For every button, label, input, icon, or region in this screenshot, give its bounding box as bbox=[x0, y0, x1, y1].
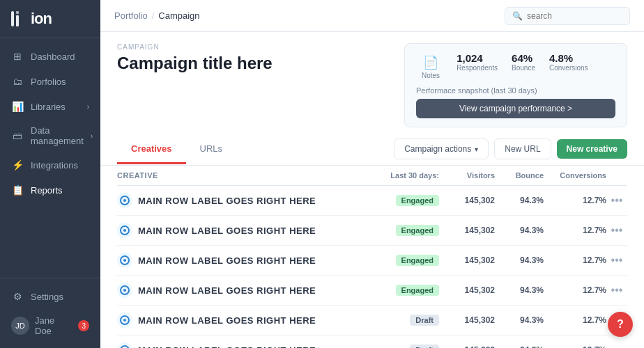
creative-icon-dot bbox=[123, 229, 126, 232]
search-icon: 🔍 bbox=[512, 11, 523, 21]
row-visitors: 145,302 bbox=[439, 196, 495, 205]
column-header-conversions: Conversions bbox=[544, 171, 606, 180]
sidebar-item-label: Porfolios bbox=[31, 77, 66, 87]
status-badge: Engaged bbox=[396, 285, 439, 296]
performance-snapshot-label: Performace snapshot (last 30 days) bbox=[416, 86, 615, 95]
status-badge: Engaged bbox=[396, 225, 439, 236]
creative-icon bbox=[117, 193, 132, 208]
sidebar-item-portfolios[interactable]: 🗂 Porfolios bbox=[0, 69, 100, 94]
row-actions-menu[interactable]: ••• bbox=[606, 224, 627, 237]
row-creative-2[interactable]: Main row label goes right here bbox=[117, 253, 355, 268]
table-header: Creative Last 30 days: Visitors Bounce C… bbox=[117, 166, 627, 186]
row-creative-3[interactable]: Main row label goes right here bbox=[117, 283, 355, 298]
campaign-title: Campaign title here bbox=[117, 54, 273, 73]
search-input[interactable] bbox=[527, 11, 622, 21]
creative-icon-inner bbox=[120, 345, 130, 348]
campaign-stats-panel: 📄 Notes 1,024 Respondents 64% Bounce bbox=[404, 43, 627, 127]
sidebar-item-dashboard[interactable]: ⊞ Dashboard bbox=[0, 44, 100, 69]
creative-icon bbox=[117, 283, 132, 298]
stat-bounce: 64% Bounce bbox=[512, 52, 535, 72]
stat-respondents-value: 1,024 bbox=[457, 52, 498, 64]
tabs-left: Creatives URLs bbox=[117, 135, 236, 164]
row-actions-menu[interactable]: ••• bbox=[606, 284, 627, 296]
user-name: Jane Doe bbox=[35, 315, 72, 336]
status-badge: Engaged bbox=[396, 255, 439, 266]
svg-rect-1 bbox=[16, 11, 19, 14]
row-actions-menu[interactable]: ••• bbox=[606, 254, 627, 267]
svg-rect-0 bbox=[11, 11, 14, 26]
integrations-icon: ⚡ bbox=[11, 159, 24, 171]
sidebar-item-data-management[interactable]: 🗃 Data management › bbox=[0, 119, 100, 152]
notes-button[interactable]: 📄 Notes bbox=[416, 52, 445, 82]
row-actions-menu[interactable]: ••• bbox=[606, 344, 627, 348]
stat-conversions-label: Conversions bbox=[549, 64, 588, 72]
row-label: Main row label goes right here bbox=[138, 196, 316, 206]
new-creative-button[interactable]: New creative bbox=[557, 139, 627, 159]
table-row: Main row label goes right here Draft 145… bbox=[117, 335, 627, 348]
creative-icon-inner bbox=[120, 285, 130, 295]
row-label: Main row label goes right here bbox=[138, 255, 316, 266]
main-area: Portfolio / Campaign 🔍 CAMPAIGN Campaign… bbox=[100, 0, 644, 348]
table-row: Main row label goes right here Engaged 1… bbox=[117, 186, 627, 216]
help-button[interactable]: ? bbox=[608, 312, 633, 337]
creative-icon-dot bbox=[123, 319, 126, 322]
creative-icon bbox=[117, 313, 132, 328]
sidebar-item-integrations[interactable]: ⚡ Integrations bbox=[0, 152, 100, 177]
column-header-last30: Last 30 days: bbox=[355, 171, 439, 180]
row-label: Main row label goes right here bbox=[138, 345, 316, 349]
campaign-label: CAMPAIGN bbox=[117, 43, 273, 51]
row-visitors: 145,302 bbox=[439, 315, 495, 325]
table-row: Main row label goes right here Engaged 1… bbox=[117, 276, 627, 306]
breadcrumb-separator: / bbox=[152, 10, 155, 21]
table-rows: Main row label goes right here Engaged 1… bbox=[117, 186, 627, 348]
avatar: JD bbox=[11, 317, 29, 335]
data-management-icon: 🗃 bbox=[11, 129, 24, 142]
creative-icon bbox=[117, 342, 132, 348]
row-actions-menu[interactable]: ••• bbox=[606, 194, 627, 207]
libraries-icon: 📊 bbox=[11, 100, 24, 113]
sidebar: ion ⊞ Dashboard 🗂 Porfolios 📊 Libraries … bbox=[0, 0, 100, 348]
row-label: Main row label goes right here bbox=[138, 226, 316, 236]
row-creative-0[interactable]: Main row label goes right here bbox=[117, 193, 355, 208]
sidebar-item-settings[interactable]: ⚙ Settings bbox=[0, 284, 100, 309]
dashboard-icon: ⊞ bbox=[11, 50, 24, 63]
stat-bounce-value: 64% bbox=[512, 52, 535, 64]
row-visitors: 145,302 bbox=[439, 226, 495, 235]
stat-respondents: 1,024 Respondents bbox=[457, 52, 498, 72]
view-campaign-performance-button[interactable]: View campaign performance > bbox=[416, 99, 615, 118]
campaign-actions-button[interactable]: Campaign actions ▾ bbox=[394, 139, 489, 159]
row-bounce: 94.3% bbox=[495, 196, 544, 205]
row-creative-5[interactable]: Main row label goes right here bbox=[117, 342, 355, 348]
sidebar-item-libraries[interactable]: 📊 Libraries › bbox=[0, 94, 100, 119]
portfolios-icon: 🗂 bbox=[11, 75, 24, 88]
sidebar-item-reports[interactable]: 📋 Reports bbox=[0, 177, 100, 203]
tab-creatives[interactable]: Creatives bbox=[117, 135, 186, 164]
creative-icon-inner bbox=[120, 255, 130, 265]
breadcrumb-portfolio[interactable]: Portfolio bbox=[114, 10, 148, 21]
content-area: CAMPAIGN Campaign title here 📄 Notes 1,0… bbox=[100, 32, 644, 348]
sidebar-bottom: ⚙ Settings JD Jane Doe 3 bbox=[0, 278, 100, 348]
breadcrumb: Portfolio / Campaign bbox=[114, 10, 200, 21]
user-notification-badge: 3 bbox=[78, 320, 89, 331]
sidebar-item-label: Reports bbox=[31, 185, 63, 196]
new-url-button[interactable]: New URL bbox=[494, 139, 551, 159]
table-row: Main row label goes right here Engaged 1… bbox=[117, 216, 627, 246]
row-visitors: 145,302 bbox=[439, 255, 495, 265]
row-bounce: 94.3% bbox=[495, 345, 544, 348]
sidebar-user[interactable]: JD Jane Doe 3 bbox=[0, 309, 100, 342]
creative-icon bbox=[117, 253, 132, 268]
search-box[interactable]: 🔍 bbox=[505, 7, 630, 25]
logo-icon bbox=[11, 11, 26, 26]
sidebar-item-label: Libraries bbox=[31, 102, 66, 112]
creative-icon-inner bbox=[120, 196, 130, 205]
sidebar-item-label: Dashboard bbox=[31, 52, 75, 62]
status-badge: Engaged bbox=[396, 195, 439, 206]
tab-urls[interactable]: URLs bbox=[186, 135, 237, 164]
row-creative-4[interactable]: Main row label goes right here bbox=[117, 313, 355, 328]
row-conversions: 12.7% bbox=[544, 226, 606, 235]
sidebar-logo: ion bbox=[0, 0, 100, 38]
campaign-meta: CAMPAIGN Campaign title here bbox=[117, 43, 273, 73]
campaign-header: CAMPAIGN Campaign title here 📄 Notes 1,0… bbox=[100, 32, 644, 127]
row-creative-1[interactable]: Main row label goes right here bbox=[117, 223, 355, 238]
column-header-bounce: Bounce bbox=[495, 171, 544, 180]
